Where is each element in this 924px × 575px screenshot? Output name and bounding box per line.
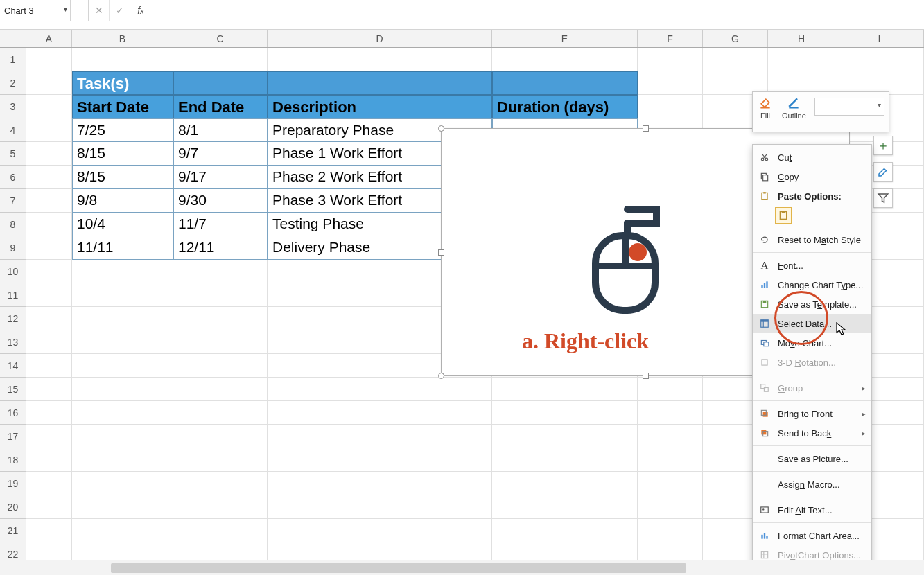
cell-F21[interactable] xyxy=(638,519,703,542)
ctx-assign-macro[interactable]: Assign Macro... xyxy=(753,475,871,494)
cell-C7[interactable]: 9/30 xyxy=(173,189,268,213)
row-header-9[interactable]: 9 xyxy=(0,236,26,260)
horizontal-scrollbar[interactable] xyxy=(0,560,924,575)
cell-A3[interactable] xyxy=(26,95,72,118)
ctx-move-chart[interactable]: Move Chart... xyxy=(753,333,871,353)
cell-C1[interactable] xyxy=(173,48,268,71)
cell-A18[interactable] xyxy=(26,448,72,472)
cell-A15[interactable] xyxy=(26,378,72,401)
ctx-save-picture[interactable]: Save as Picture... xyxy=(753,449,871,468)
cell-D1[interactable] xyxy=(268,48,492,71)
chart-elements-button[interactable]: ＋ xyxy=(873,136,893,155)
column-header-A[interactable]: A xyxy=(26,30,72,47)
column-header-F[interactable]: F xyxy=(638,30,703,47)
cell-B14[interactable] xyxy=(72,354,173,378)
cell-D21[interactable] xyxy=(268,519,492,542)
cell-B8[interactable]: 10/4 xyxy=(72,213,173,236)
row-header-19[interactable]: 19 xyxy=(0,472,26,495)
cell-D2[interactable] xyxy=(268,71,492,95)
cell-C19[interactable] xyxy=(173,472,268,495)
cell-F2[interactable] xyxy=(638,71,703,95)
ctx-reset-style[interactable]: Reset to Match Style xyxy=(753,230,871,249)
cell-A20[interactable] xyxy=(26,495,72,519)
cell-B21[interactable] xyxy=(72,519,173,542)
column-header-G[interactable]: G xyxy=(703,30,768,47)
cell-A12[interactable] xyxy=(26,307,72,330)
name-box[interactable]: Chart 3 ▾ xyxy=(0,0,71,21)
cell-C18[interactable] xyxy=(173,448,268,472)
cell-B17[interactable] xyxy=(72,425,173,448)
cell-B15[interactable] xyxy=(72,378,173,401)
cell-B12[interactable] xyxy=(72,307,173,330)
accept-formula-icon[interactable]: ✓ xyxy=(110,0,130,21)
cell-C11[interactable] xyxy=(173,283,268,307)
cell-B9[interactable]: 11/11 xyxy=(72,236,173,260)
cell-C9[interactable]: 12/11 xyxy=(173,236,268,260)
ctx-send-back[interactable]: Send to Back ▸ xyxy=(753,423,871,443)
cell-A13[interactable] xyxy=(26,330,72,354)
row-header-1[interactable]: 1 xyxy=(0,48,26,71)
cell-C20[interactable] xyxy=(173,495,268,519)
cell-F16[interactable] xyxy=(638,401,703,425)
cell-H1[interactable] xyxy=(768,48,835,71)
cell-F20[interactable] xyxy=(638,495,703,519)
cell-A2[interactable] xyxy=(26,71,72,95)
column-header-E[interactable]: E xyxy=(492,30,638,47)
row-header-3[interactable]: 3 xyxy=(0,95,26,118)
row-header-16[interactable]: 16 xyxy=(0,401,26,425)
cell-A1[interactable] xyxy=(26,48,72,71)
cell-B13[interactable] xyxy=(72,330,173,354)
cell-A5[interactable] xyxy=(26,142,72,166)
cell-C12[interactable] xyxy=(173,307,268,330)
cell-F19[interactable] xyxy=(638,472,703,495)
select-all-corner[interactable] xyxy=(0,30,26,47)
cell-B3[interactable]: Start Date xyxy=(72,95,173,118)
cell-C10[interactable] xyxy=(173,260,268,283)
cell-B7[interactable]: 9/8 xyxy=(72,189,173,213)
column-header-B[interactable]: B xyxy=(72,30,173,47)
cell-C16[interactable] xyxy=(173,401,268,425)
fx-icon[interactable]: fx xyxy=(130,0,151,21)
cell-D15[interactable] xyxy=(268,378,492,401)
cell-A4[interactable] xyxy=(26,118,72,142)
row-header-10[interactable]: 10 xyxy=(0,260,26,283)
cell-F1[interactable] xyxy=(638,48,703,71)
row-header-12[interactable]: 12 xyxy=(0,307,26,330)
cell-E19[interactable] xyxy=(492,472,638,495)
column-header-C[interactable]: C xyxy=(173,30,268,47)
cell-D19[interactable] xyxy=(268,472,492,495)
chart-style-selector[interactable] xyxy=(814,98,884,116)
column-header-D[interactable]: D xyxy=(268,30,492,47)
column-header-I[interactable]: I xyxy=(835,30,924,47)
cell-F3[interactable] xyxy=(638,95,703,118)
cell-A19[interactable] xyxy=(26,472,72,495)
cell-A7[interactable] xyxy=(26,189,72,213)
cell-C15[interactable] xyxy=(173,378,268,401)
row-header-2[interactable]: 2 xyxy=(0,71,26,95)
ctx-cut[interactable]: Cut xyxy=(753,148,871,167)
ctx-save-template[interactable]: Save as Template... xyxy=(753,294,871,314)
cell-B20[interactable] xyxy=(72,495,173,519)
paste-option-button[interactable] xyxy=(775,207,792,224)
cell-E2[interactable] xyxy=(492,71,638,95)
cell-E1[interactable] xyxy=(492,48,638,71)
cell-C8[interactable]: 11/7 xyxy=(173,213,268,236)
cell-E17[interactable] xyxy=(492,425,638,448)
chart-filters-button[interactable] xyxy=(873,188,893,208)
row-header-4[interactable]: 4 xyxy=(0,118,26,142)
cell-E16[interactable] xyxy=(492,401,638,425)
cell-E3[interactable]: Duration (days) xyxy=(492,95,638,118)
cell-F18[interactable] xyxy=(638,448,703,472)
cell-A16[interactable] xyxy=(26,401,72,425)
ctx-copy[interactable]: Copy xyxy=(753,167,871,186)
ctx-select-data[interactable]: Select Data... xyxy=(753,314,871,333)
cell-A17[interactable] xyxy=(26,425,72,448)
cell-A14[interactable] xyxy=(26,354,72,378)
formula-bar[interactable] xyxy=(151,0,924,21)
cell-C6[interactable]: 9/17 xyxy=(173,166,268,189)
cell-F15[interactable] xyxy=(638,378,703,401)
fill-button[interactable]: Fill xyxy=(754,95,776,121)
row-header-13[interactable]: 13 xyxy=(0,330,26,354)
cell-A11[interactable] xyxy=(26,283,72,307)
cell-A21[interactable] xyxy=(26,519,72,542)
